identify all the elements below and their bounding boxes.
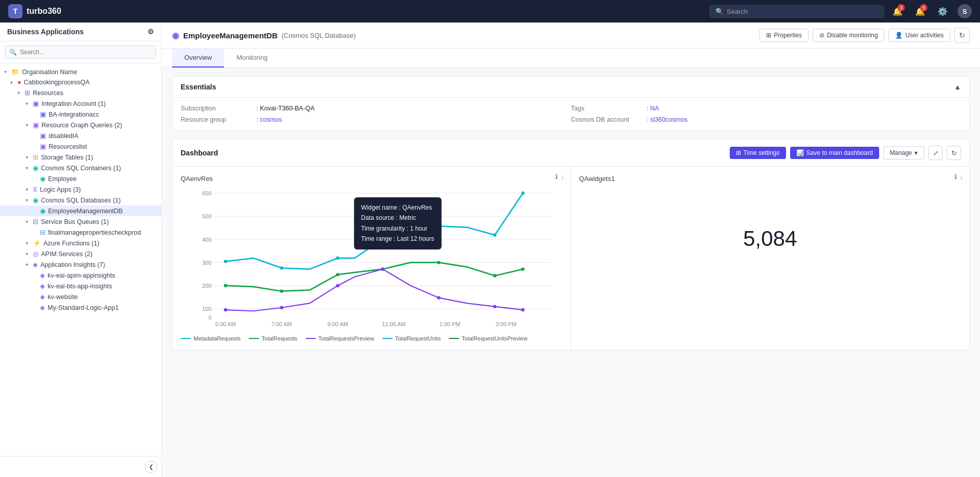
svg-point-39 [521,308,525,311]
sidebar-collapse-button[interactable]: ❮ [145,461,157,473]
sidebar-item-disabledIA[interactable]: ▣ disabledIA [0,130,161,141]
sidebar-item-cabbooking[interactable]: ▾ ● Cabbookingprocess​QA [0,77,161,87]
tree-toggle-cosmossql: ▾ [26,165,33,171]
sidebar-item-cosmosdbs[interactable]: ▾ ◉ Cosmos SQL Databases (1) [0,195,161,206]
sidebar-item-org[interactable]: ▾ 📁 Organisation Name [0,66,161,77]
sidebar-item-cosmossql[interactable]: ▾ ◉ Cosmos SQL Containers (1) [0,163,161,173]
disable-monitoring-button[interactable]: ⊘ Disable monitoring [813,29,884,42]
expand-button[interactable]: ⤢ [928,146,943,160]
tree-icon-cabbooking: ● [17,79,21,86]
sidebar-item-ba-int[interactable]: ▣ BA-integrationacc [0,109,161,120]
tree-toggle-rgraph: ▾ [26,122,33,128]
tree-toggle-appinsights: ▾ [26,262,33,267]
chart-panel-1: QAenvRes ℹ ↓ Widget name : QAenvRes Data… [172,167,571,350]
chart1-download-icon[interactable]: ↓ [561,173,564,180]
chart1-legend: MetadataRequests TotalRequests TotalRequ… [181,335,562,342]
tree-icon-apim: ◎ [33,250,38,258]
svg-text:9:00 AM: 9:00 AM [328,321,348,327]
sidebar-item-appinsights[interactable]: ▾ ◈ Application Insights (7) [0,259,161,270]
essentials-collapse-icon[interactable]: ▲ [954,83,961,91]
tab-overview[interactable]: Overview [172,49,224,67]
save-dashboard-label: Save to main dashboard [807,149,873,156]
save-icon: 📊 [796,149,804,156]
resource-group-value[interactable]: : cosmos [256,116,282,123]
chart1-info-icon[interactable]: ℹ [555,173,558,180]
svg-point-24 [493,233,497,236]
tree-toggle-integration: ▾ [26,101,33,106]
time-settings-button[interactable]: ⊞ Time settings [730,147,786,159]
sidebar-item-employee[interactable]: ◉ Employee [0,173,161,184]
sidebar: Business Applications ⚙ 🔍 ▾ 📁 Organisati… [0,22,162,477]
tree-icon-resources: ⊞ [25,89,30,97]
sidebar-item-employeedb[interactable]: ◉ EmployeeManagementDB [0,206,161,216]
sidebar-item-my-standard[interactable]: ◈ My-Standard-Logic-App1 [0,302,161,313]
chart2-download-icon[interactable]: ↓ [960,173,964,180]
sidebar-item-rgraph[interactable]: ▾ ▣ Resource Graph Queries (2) [0,120,161,130]
tree-icon-cosmosdbs: ◉ [33,196,38,204]
sidebar-item-kv-eai-apim[interactable]: ◈ kv-eai-apim-appinsights [0,270,161,281]
charts-grid: QAenvRes ℹ ↓ Widget name : QAenvRes Data… [172,167,969,350]
chart2-info-icon[interactable]: ℹ [954,173,957,180]
legend-total-req-preview: TotalRequestsPreview [306,335,374,342]
tree-label-kv-website: kv-website [48,293,78,301]
save-dashboard-button[interactable]: 📊 Save to main dashboard [790,147,879,159]
notifications-button[interactable]: 🔔 3 [890,4,905,19]
cosmos-account-value[interactable]: : sl360cosmos [647,116,688,123]
sidebar-item-azurefuncs[interactable]: ▾ ⚡ Azure Functions (1) [0,238,161,248]
refresh-button[interactable]: ↻ [954,28,970,43]
svg-text:200: 200 [202,283,211,289]
sidebar-settings-icon[interactable]: ⚙ [147,28,154,36]
manage-chevron-icon: ▾ [914,149,918,156]
sidebar-search-input[interactable] [5,46,156,59]
properties-label: Properties [774,32,802,39]
avatar[interactable]: S [957,4,972,18]
sidebar-item-kv-website[interactable]: ◈ kv-website [0,291,161,302]
svg-point-38 [493,305,497,308]
app-logo[interactable]: T turbo360 [8,4,61,18]
tree-icon-logicapps: ⧖ [33,186,37,193]
tab-monitoring[interactable]: Monitoring [224,49,280,67]
sidebar-item-storagetables[interactable]: ▾ ⊞ Storage Tables (1) [0,152,161,163]
disable-label: Disable monitoring [827,32,878,39]
manage-button[interactable]: Manage ▾ [883,146,924,160]
tree-label-servicebus: Service Bus Queues (1) [41,218,109,225]
svg-text:100: 100 [202,306,211,312]
sidebar-item-kv-eai-bts[interactable]: ◈ kv-eai-bts-app-insights [0,281,161,291]
tree-label-my-standard: My-Standard-Logic-App1 [48,304,119,311]
chart2-actions: ℹ ↓ [954,173,964,180]
alerts-button[interactable]: 🔔 5 [912,4,928,19]
user-activities-label: User activities [905,32,944,39]
sidebar-item-logicapps[interactable]: ▾ ⧖ Logic Apps (3) [0,184,161,195]
sidebar-item-resources[interactable]: ▾ ⊞ Resources [0,87,161,98]
tree-label-appinsights: Application Insights (7) [40,261,105,268]
svg-point-34 [280,306,284,309]
sidebar-item-servicebus[interactable]: ▾ ⊟ Service Bus Queues (1) [0,216,161,227]
sidebar-tree: ▾ 📁 Organisation Name ▾ ● Cabbookingproc… [0,63,161,456]
settings-button[interactable]: ⚙️ [935,4,950,19]
tree-toggle-cabbooking: ▾ [10,80,17,85]
svg-text:400: 400 [202,237,211,243]
tree-icon-resourceslist: ▣ [40,143,46,150]
dashboard-refresh-button[interactable]: ↻ [947,146,961,160]
sidebar-header: Business Applications ⚙ [0,22,161,41]
subscription-value: : Kovai-T360-BA-QA [256,105,315,112]
tags-row: Tags : NA [571,105,962,112]
sidebar-item-finalmanage[interactable]: ⊟ finalmanagepropertiescheckprod [0,227,161,238]
tags-value[interactable]: : NA [647,105,659,112]
global-search[interactable]: 🔍 Search [710,5,884,18]
svg-point-33 [224,308,227,311]
svg-text:600: 600 [202,190,211,196]
search-icon: 🔍 [715,8,724,15]
logo-icon: T [8,4,23,18]
properties-button[interactable]: ⊞ Properties [759,29,809,42]
chart1-title: QAenvRes [181,175,562,183]
sidebar-search-area: 🔍 [0,41,161,63]
user-activities-button[interactable]: 👤 User activities [888,29,950,42]
sidebar-footer: ❮ [0,456,161,477]
sidebar-item-integration[interactable]: ▾ ▣ Integration Account (1) [0,98,161,109]
tree-label-kv-eai-apim: kv-eai-apim-appinsights [48,272,115,279]
sidebar-item-resourceslist[interactable]: ▣ Resourceslist [0,141,161,152]
tree-label-kv-eai-bts: kv-eai-bts-app-insights [48,283,112,290]
sidebar-item-apim[interactable]: ▾ ◎ APIM Services (2) [0,248,161,259]
tree-label-apim: APIM Services (2) [41,251,93,258]
